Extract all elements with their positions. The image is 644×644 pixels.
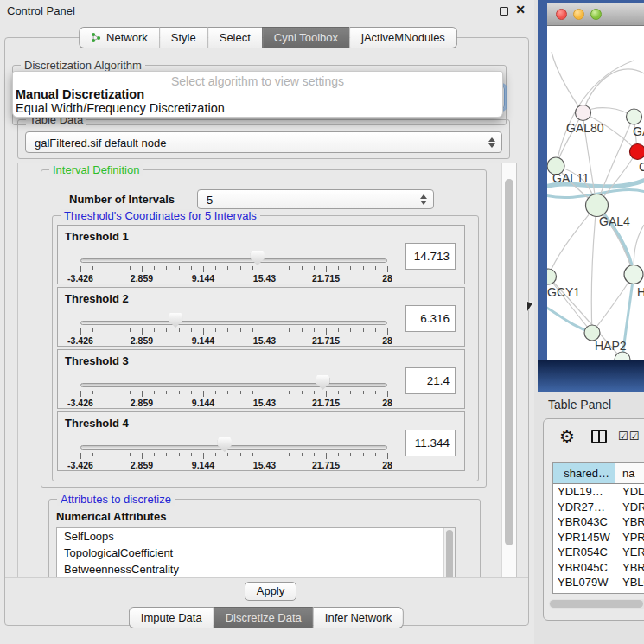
control-panel-titlebar: Control Panel ✕: [0, 0, 534, 22]
algorithm-dropdown-popup: Select algorithm to view settings Manual…: [12, 71, 503, 118]
table-row[interactable]: YBL079WYBL0: [553, 575, 644, 590]
tab-discretize-data[interactable]: Discretize Data: [214, 607, 313, 628]
slider-handle[interactable]: [251, 251, 265, 265]
table-row[interactable]: YBR043CYBR0: [553, 514, 644, 530]
tab-infer-network[interactable]: Infer Network: [313, 607, 404, 628]
threshold-panel: Threshold 3-3.4262.8599.14415.4321.71528…: [57, 349, 465, 409]
attribute-list-item[interactable]: BetweennessCentrality: [57, 561, 455, 577]
slider-track[interactable]: [80, 258, 387, 263]
table-data-combobox[interactable]: galFiltered.sif default node: [25, 131, 502, 153]
float-window-icon[interactable]: [500, 7, 508, 16]
node-gcy1[interactable]: [547, 269, 557, 284]
node-attribute-table[interactable]: shared… na YDL19…YDL1YDR27…YDR2YBR043CYB…: [552, 462, 644, 594]
number-of-intervals-value: 5: [207, 193, 213, 206]
table-panel-window: ⚙ ☑☑ shared… na YDL19…YDL1YDR27…YDR2YBR0…: [543, 418, 644, 621]
node-h[interactable]: [624, 265, 643, 284]
table-data-value: galFiltered.sif default node: [35, 136, 166, 149]
threshold-value-field[interactable]: 6.316: [405, 305, 456, 332]
slider-ticks: [80, 453, 387, 460]
slider-handle[interactable]: [316, 375, 329, 390]
network-view-window: GAL80 GA C GAL11 GAL4 GCY1 H HAP2: [538, 0, 644, 392]
svg-text:C: C: [639, 160, 644, 174]
threshold-value-field[interactable]: 11.344: [405, 430, 456, 456]
slider-handle[interactable]: [169, 313, 182, 328]
threshold-value-field[interactable]: 14.713: [405, 243, 456, 270]
number-of-intervals-label: Number of Intervals: [69, 193, 175, 206]
network-canvas[interactable]: GAL80 GA C GAL11 GAL4 GCY1 H HAP2: [547, 26, 644, 360]
interval-definition-label: Interval Definition: [49, 163, 143, 176]
close-traffic-light-icon[interactable]: [556, 9, 567, 20]
slider-track[interactable]: [80, 445, 387, 450]
svg-text:GAL80: GAL80: [566, 121, 604, 135]
dropdown-hint: Select algorithm to view settings: [13, 72, 502, 87]
threshold-coordinates-group: Threshold's Coordinates for 5 Intervals …: [52, 215, 479, 481]
slider-ticks: [80, 328, 387, 335]
mouse-cursor: [527, 302, 532, 311]
gear-icon[interactable]: ⚙: [559, 426, 575, 447]
svg-text:GA: GA: [633, 124, 644, 138]
slider-tick-labels: -3.4262.8599.14415.4321.71528: [80, 460, 387, 470]
svg-text:GCY1: GCY1: [547, 285, 580, 299]
table-row[interactable]: YDL19…YDL1: [553, 484, 644, 500]
tab-cyni-toolbox[interactable]: Cyni Toolbox: [262, 27, 349, 48]
algorithm-group-label: Discretization Algorithm: [21, 59, 145, 72]
threshold-label: Threshold 3: [65, 354, 129, 367]
threshold-coordinates-label: Threshold's Coordinates for 5 Intervals: [61, 209, 260, 222]
table-panel-title: Table Panel: [548, 398, 611, 411]
apply-button[interactable]: Apply: [245, 582, 296, 601]
attribute-list-item[interactable]: SelfLoops: [57, 528, 455, 545]
table-row[interactable]: YPR145WYPR1: [553, 530, 644, 545]
table-row[interactable]: YBR045CYBR0: [553, 560, 644, 576]
threshold-panel: Threshold 1-3.4262.8599.14415.4321.71528…: [57, 225, 465, 284]
columns-icon[interactable]: [591, 430, 607, 443]
zoom-traffic-light-icon[interactable]: [590, 9, 602, 20]
table-row[interactable]: YLR345WYLR3: [553, 590, 644, 595]
panel-title: Control Panel: [7, 4, 75, 17]
settings-vertical-scrollbar[interactable]: [501, 163, 516, 577]
threshold-label: Threshold 2: [65, 292, 129, 305]
table-row[interactable]: YER054CYER0: [553, 545, 644, 560]
threshold-panel: Threshold 2-3.4262.8599.14415.4321.71528…: [57, 287, 465, 347]
attributes-group-label: Attributes to discretize: [57, 493, 175, 506]
attributes-list-scrollbar[interactable]: [443, 528, 455, 577]
checkbox-icons[interactable]: ☑☑: [618, 430, 640, 443]
slider-handle[interactable]: [218, 437, 232, 452]
node-gal4[interactable]: [586, 194, 609, 217]
close-icon[interactable]: ✕: [515, 3, 526, 16]
attributes-group: Attributes to discretize Numerical Attri…: [48, 499, 481, 577]
interval-definition-group: Interval Definition Number of Intervals …: [41, 169, 487, 488]
slider-ticks: [80, 391, 387, 398]
node-selected-red[interactable]: [630, 144, 644, 160]
tab-style[interactable]: Style: [159, 27, 207, 48]
table-row[interactable]: YDR27…YDR2: [553, 500, 644, 515]
svg-text:GAL4: GAL4: [599, 214, 630, 228]
network-window-titlebar[interactable]: [547, 3, 644, 26]
tab-network[interactable]: Network: [79, 27, 159, 48]
dropdown-item[interactable]: Equal Width/Frequency Discretization: [13, 101, 502, 115]
table-data-group: Table Data galFiltered.sif default node: [17, 119, 510, 159]
minimize-traffic-light-icon[interactable]: [573, 9, 584, 20]
dropdown-item[interactable]: Manual Discretization: [13, 87, 502, 101]
slider-track[interactable]: [80, 321, 387, 325]
slider-track[interactable]: [80, 383, 387, 387]
column-header-name[interactable]: na: [615, 463, 644, 483]
numerical-attributes-list[interactable]: SelfLoopsTopologicalCoefficientBetweenne…: [56, 527, 456, 577]
spinner-stepper-icon: [420, 194, 427, 205]
column-header-shared[interactable]: shared…: [553, 463, 615, 483]
svg-text:HAP2: HAP2: [595, 339, 627, 353]
slider-tick-labels: -3.4262.8599.14415.4321.71528: [80, 335, 387, 346]
network-window-bottom-frame: [538, 360, 644, 392]
tab-select[interactable]: Select: [207, 27, 262, 48]
slider-ticks: [80, 266, 387, 273]
threshold-label: Threshold 4: [65, 417, 129, 430]
number-of-intervals-spinner[interactable]: 5: [197, 189, 434, 209]
table-horizontal-scrollbar[interactable]: [549, 599, 644, 609]
tab-jactivemnodules[interactable]: jActiveMNodules: [349, 27, 457, 48]
threshold-value-field[interactable]: 21.4: [405, 367, 456, 394]
tab-impute-data[interactable]: Impute Data: [129, 607, 214, 628]
node-ga[interactable]: [627, 109, 642, 124]
numerical-attributes-label: Numerical Attributes: [56, 510, 166, 523]
threshold-panel: Threshold 4-3.4262.8599.14415.4321.71528…: [57, 411, 465, 471]
node-gal80[interactable]: [576, 105, 591, 121]
attribute-list-item[interactable]: TopologicalCoefficient: [57, 545, 455, 561]
